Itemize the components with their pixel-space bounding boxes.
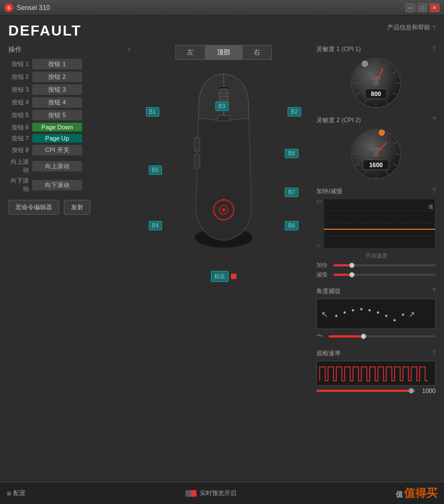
tab-right[interactable]: 右 <box>242 45 272 60</box>
polling-chart-svg <box>317 361 435 386</box>
svg-rect-74 <box>317 361 435 386</box>
manual-speed-label: 手动速度 <box>316 252 436 260</box>
polling-slider[interactable] <box>316 390 416 392</box>
btn-b3-indicator[interactable]: B3 <box>215 102 229 111</box>
button-action-label[interactable]: CPI 开关 <box>32 145 82 155</box>
config-button[interactable]: ≡ 配置 <box>7 489 26 498</box>
maximize-button[interactable]: □ <box>417 3 427 12</box>
angle-snap-help-icon[interactable]: ? <box>432 287 436 295</box>
help-icon: ? <box>432 24 436 31</box>
svg-rect-9 <box>194 138 200 152</box>
cpi1-help-icon[interactable]: ? <box>432 45 436 53</box>
app-icon: S <box>4 3 13 12</box>
status-left: ≡ 配置 <box>7 489 26 498</box>
macro-editor-button[interactable]: 宏命令编辑器 <box>8 200 59 215</box>
table-row: 按钮 4按钮 4 <box>8 96 130 109</box>
table-row: 按钮 5按钮 5 <box>8 109 130 122</box>
config-icon: ≡ <box>7 489 11 498</box>
button-action-label[interactable]: 按钮 5 <box>32 110 82 120</box>
button-action-label[interactable]: 向上滚动 <box>32 161 82 172</box>
polling-value: 1000 <box>422 387 436 394</box>
app-title: S Sensei 310 <box>4 3 50 12</box>
cpi1-title: 灵敏度 1 (CPI 1) ? <box>316 45 436 53</box>
angle-snap-wave-icon: 〜 <box>316 331 323 341</box>
realtime-indicator: 实时预览开启 <box>185 489 236 497</box>
watermark: 值值得买 <box>396 486 437 501</box>
svg-point-68 <box>369 309 371 311</box>
angle-snap-thumb[interactable] <box>361 334 366 339</box>
fire-button[interactable]: 发射 <box>64 200 90 215</box>
btn-b2-indicator[interactable]: B2 <box>287 107 301 117</box>
main-content: 产品信息和帮助 ? DEFAULT 操作 ? 按钮 1按钮 1按钮 2按钮 2按… <box>0 16 444 482</box>
svg-point-69 <box>377 311 379 314</box>
tab-left[interactable]: 左 <box>175 45 205 60</box>
minimize-button[interactable]: ─ <box>405 3 415 12</box>
svg-text:800: 800 <box>371 90 381 97</box>
window-controls: ─ □ ✕ <box>405 3 440 12</box>
svg-text:↖: ↖ <box>321 310 328 319</box>
polling-slider-row: 1000 <box>316 387 436 394</box>
accel-slider-fill <box>334 264 349 266</box>
right-panel: 灵敏度 1 (CPI 1) ? <box>316 45 436 475</box>
button-action-label[interactable]: 按钮 1 <box>32 59 82 69</box>
cpi2-title: 灵敏度 2 (CPI 2) ? <box>316 116 436 124</box>
button-action-label[interactable]: Page Up <box>32 134 82 143</box>
cpi1-section: 灵敏度 1 (CPI 1) ? <box>316 45 436 109</box>
operations-section-label: 操作 ? <box>8 45 130 54</box>
cpi2-dial-container: CPI 1600 <box>316 128 436 180</box>
svg-rect-10 <box>194 154 200 168</box>
decel-slider-row: 减慢 <box>316 271 436 279</box>
angle-snap-title: 角度捕捉 ? <box>316 287 436 295</box>
svg-point-54 <box>374 152 379 157</box>
accel-help-icon[interactable]: ? <box>432 187 436 195</box>
btn-b8-indicator[interactable]: B8 <box>285 149 298 158</box>
svg-point-67 <box>360 308 362 310</box>
angle-snap-section: 角度捕捉 ? ↖ <box>316 287 436 342</box>
angle-snap-display: ↖ ↗ <box>316 299 436 329</box>
tab-top[interactable]: 顶部 <box>205 45 242 60</box>
view-tabs: 左 顶部 右 <box>175 45 272 60</box>
decel-slider-thumb[interactable] <box>349 272 355 278</box>
button-action-label[interactable]: 向下滚动 <box>32 180 82 190</box>
btn-b1-indicator[interactable]: B1 <box>146 107 159 117</box>
cpi1-dial-svg: CPI 800 <box>350 57 402 109</box>
btn-b4-indicator[interactable]: B4 <box>149 221 162 230</box>
close-button[interactable]: ✕ <box>430 3 440 12</box>
svg-point-72 <box>402 314 404 316</box>
cpi2-section: 灵敏度 2 (CPI 2) ? <box>316 116 436 180</box>
profile-name: DEFAULT <box>8 22 436 39</box>
accel-slider-thumb[interactable] <box>349 263 355 268</box>
btn-b7-indicator[interactable]: B7 <box>285 188 298 197</box>
cpi2-dial-svg: CPI 1600 <box>350 128 402 180</box>
angle-snap-slider[interactable] <box>329 335 436 337</box>
cpi2-help-icon[interactable]: ? <box>432 116 436 124</box>
button-action-label[interactable]: Page Down <box>32 123 82 132</box>
mouse-diagram: B1 B2 B3 B4 B5 B6 B7 B8 贴近 <box>146 65 301 299</box>
middle-panel: 左 顶部 右 <box>136 45 311 475</box>
cpi2-dial: CPI 1600 <box>350 128 402 180</box>
table-row: 按钮 2按钮 2 <box>8 70 130 83</box>
table-row: 按钮 3按钮 3 <box>8 83 130 96</box>
decel-slider-fill <box>334 274 349 276</box>
btn-bottom-indicator[interactable]: 贴近 <box>211 271 229 282</box>
button-action-label[interactable]: 按钮 2 <box>32 72 82 82</box>
config-label: 配置 <box>13 489 26 497</box>
accel-title: 加快/减慢 ? <box>316 187 436 195</box>
btn-b5-indicator[interactable]: B5 <box>149 165 162 175</box>
btn-b6-indicator[interactable]: B6 <box>285 221 298 230</box>
operations-help-icon[interactable]: ? <box>127 47 130 53</box>
decel-slider[interactable] <box>334 274 436 276</box>
button-action-label[interactable]: 按钮 3 <box>32 84 82 95</box>
left-panel: 操作 ? 按钮 1按钮 1按钮 2按钮 2按钮 3按钮 3按钮 4按钮 4按钮 … <box>8 45 130 475</box>
angle-snap-svg: ↖ ↗ <box>317 299 435 329</box>
polling-thumb[interactable] <box>408 388 414 394</box>
polling-help-icon[interactable]: ? <box>432 349 436 357</box>
button-action-label[interactable]: 按钮 4 <box>32 97 82 108</box>
accel-slider[interactable] <box>334 264 436 266</box>
svg-point-66 <box>352 309 354 311</box>
product-info[interactable]: 产品信息和帮助 ? <box>387 23 436 32</box>
realtime-light <box>185 490 196 497</box>
table-row: 向上滚动向上滚动 <box>8 157 130 175</box>
accel-chart-wrapper: 2× ½ <box>316 199 436 280</box>
svg-point-71 <box>393 319 396 321</box>
